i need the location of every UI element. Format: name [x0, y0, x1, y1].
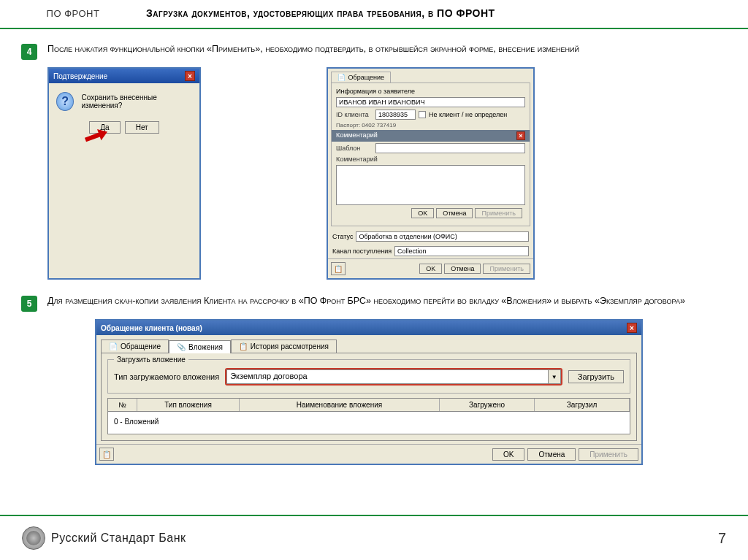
cancel-button[interactable]: Отмена: [527, 448, 576, 461]
info-label: Информация о заявителе: [336, 88, 525, 95]
comment-header: Комментарий: [336, 131, 378, 140]
dialog-title: Обращение клиента (новая): [101, 324, 202, 332]
divider: [0, 28, 748, 29]
comment-label: Комментарий: [336, 156, 378, 163]
svg-marker-0: [84, 127, 109, 145]
page-title: Загрузка документов, удостоверяющих прав…: [146, 7, 748, 19]
col-name: Наименование вложения: [240, 399, 440, 411]
col-type: Тип вложения: [137, 399, 240, 411]
confirm-message: Сохранить внесенные изменения?: [81, 93, 192, 110]
passport-label: Паспорт: 0402 737419: [336, 122, 525, 129]
status-field: Обработка в отделении (ОФИС): [356, 231, 529, 242]
arrow-icon: [79, 127, 108, 149]
col-loaded: Загружено: [440, 399, 535, 411]
comment-textarea[interactable]: [336, 165, 525, 205]
apply-button[interactable]: Применить: [475, 208, 522, 218]
step-badge-5: 5: [21, 296, 37, 312]
fieldset-legend: Загрузить вложение: [114, 356, 188, 364]
ok-button[interactable]: OK: [411, 208, 434, 218]
step4-text: После нажатия функциональной кнопки «При…: [47, 42, 737, 60]
template-label: Шаблон: [336, 145, 373, 152]
tool-icon[interactable]: 📋: [99, 448, 114, 461]
no-button[interactable]: Нет: [125, 121, 159, 134]
tab-attachments[interactable]: 📎Вложения: [169, 340, 231, 353]
status-label: Статус: [332, 233, 353, 240]
tab-history[interactable]: 📋История рассмотрения: [231, 340, 337, 353]
not-client-checkbox[interactable]: [419, 111, 426, 118]
client-request-dialog: Обращение клиента (новая) × 📄Обращение 📎…: [95, 319, 643, 465]
confirm-title: Подтверждение: [53, 72, 107, 80]
attachments-grid: № Тип вложения Наименование вложения Заг…: [107, 398, 630, 434]
cancel-button-2[interactable]: Отмена: [444, 264, 481, 274]
attachment-type-combo[interactable]: Экземпляр договора ▼: [225, 368, 562, 386]
ok-button-2[interactable]: OK: [419, 264, 442, 274]
page-number: 7: [718, 530, 726, 547]
tab-request[interactable]: 📄 Обращение: [331, 72, 391, 83]
step5-text: Для размещения скан-копии заявления Клие…: [47, 294, 737, 312]
load-button[interactable]: Загрузить: [568, 370, 624, 383]
channel-label: Канал поступления: [332, 248, 392, 255]
channel-field[interactable]: Collection: [394, 246, 529, 256]
close-icon[interactable]: ×: [516, 131, 525, 140]
col-user: Загрузил: [535, 399, 630, 411]
col-num: №: [108, 399, 137, 411]
question-icon: ?: [56, 92, 74, 111]
step-badge-4: 4: [21, 44, 37, 60]
confirm-dialog: Подтверждение × ? Сохранить внесенные из…: [47, 67, 201, 280]
template-field[interactable]: [375, 143, 525, 153]
bank-logo-icon: [22, 526, 45, 550]
ok-button[interactable]: OK: [492, 448, 524, 461]
apply-button[interactable]: Применить: [579, 448, 638, 461]
apply-button-2[interactable]: Применить: [483, 264, 530, 274]
combo-value: Экземпляр договора: [226, 369, 548, 384]
doc-icon: 📄: [109, 342, 118, 350]
attach-icon: 📎: [177, 343, 186, 351]
doc-icon: 📄: [337, 74, 346, 81]
close-icon[interactable]: ×: [185, 71, 195, 81]
tool-icon[interactable]: 📋: [331, 262, 346, 275]
header-breadcrumb: ПО ФРОНТ: [0, 8, 146, 19]
close-icon[interactable]: ×: [627, 323, 637, 333]
footer: Русский Стандарт Банк 7: [0, 515, 748, 560]
chevron-down-icon[interactable]: ▼: [548, 369, 561, 384]
tab-request[interactable]: 📄Обращение: [101, 340, 169, 353]
bank-name: Русский Стандарт Банк: [51, 532, 186, 545]
history-icon: 📋: [239, 342, 248, 350]
client-name-field[interactable]: ИВАНОВ ИВАН ИВАНОВИЧ: [336, 97, 525, 107]
grid-empty-row: 0 - Вложений: [108, 412, 630, 434]
attachment-type-label: Тип загружаемого вложения: [114, 372, 219, 381]
client-request-window: 📄 Обращение Информация о заявителе ИВАНО…: [327, 67, 535, 280]
not-client-label: Не клиент / не определен: [429, 111, 507, 118]
client-id-field[interactable]: 18038935: [375, 110, 416, 120]
id-label: ID клиента: [336, 111, 373, 118]
cancel-button[interactable]: Отмена: [436, 208, 473, 218]
